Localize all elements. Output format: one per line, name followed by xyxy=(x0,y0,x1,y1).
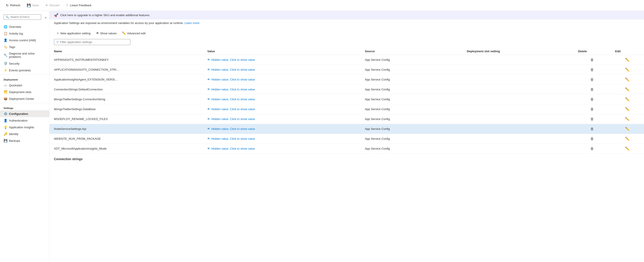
cell-source: App Service Config xyxy=(360,104,462,114)
cell-slot xyxy=(462,85,574,94)
show-value-link[interactable]: 👁 Hidden value. Click to show value xyxy=(207,58,356,61)
cell-value[interactable]: 👁 Hidden value. Click to show value xyxy=(203,144,360,154)
cell-value[interactable]: 👁 Hidden value. Click to show value xyxy=(203,65,360,75)
save-button[interactable]: 💾 Save xyxy=(24,2,41,8)
sidebar-item-identity[interactable]: 🔑 Identity xyxy=(0,131,49,137)
delete-button[interactable]: 🗑 xyxy=(589,97,595,102)
cell-value[interactable]: 👁 Hidden value. Click to show value xyxy=(203,134,360,144)
cell-edit[interactable]: ✏️ xyxy=(610,85,644,94)
advanced-edit-button[interactable]: ✏️ Advanced edit xyxy=(120,30,148,36)
sidebar-item-activity-log[interactable]: 📋 Activity log xyxy=(0,30,49,37)
cell-delete[interactable]: 🗑 xyxy=(574,114,610,124)
delete-button[interactable]: 🗑 xyxy=(589,146,595,151)
sidebar-item-application-insights[interactable]: 💡 Application Insights xyxy=(0,124,49,131)
cell-slot xyxy=(462,124,574,134)
cell-edit[interactable]: ✏️ xyxy=(610,55,644,65)
upgrade-banner[interactable]: 🚀 Click here to upgrade to a higher SKU … xyxy=(50,11,644,19)
cell-delete[interactable]: 🗑 xyxy=(574,94,610,104)
col-header-delete: Delete xyxy=(574,48,610,55)
cell-value[interactable]: 👁 Hidden value. Click to show value xyxy=(203,94,360,104)
filter-input-wrapper[interactable]: ▽ xyxy=(54,39,130,45)
delete-button[interactable]: 🗑 xyxy=(589,107,595,112)
cell-value[interactable]: 👁 Hidden value. Click to show value xyxy=(203,55,360,65)
collapse-button[interactable]: « xyxy=(44,15,48,20)
show-value-link[interactable]: 👁 Hidden value. Click to show value xyxy=(207,88,356,91)
sidebar-item-security[interactable]: 🛡️ Security xyxy=(0,60,49,67)
discard-button[interactable]: ✕ Discard xyxy=(43,2,62,8)
edit-button[interactable]: ✏️ xyxy=(624,97,631,102)
show-value-link[interactable]: 👁 Hidden value. Click to show value xyxy=(207,108,356,111)
show-value-link[interactable]: 👁 Hidden value. Click to show value xyxy=(207,78,356,81)
sidebar-item-deployment-center[interactable]: 📦 Deployment Center xyxy=(0,95,49,102)
edit-button[interactable]: ✏️ xyxy=(624,126,631,131)
cell-edit[interactable]: ✏️ xyxy=(610,94,644,104)
cell-value[interactable]: 👁 Hidden value. Click to show value xyxy=(203,114,360,124)
cell-delete[interactable]: 🗑 xyxy=(574,55,610,65)
sidebar-item-tags[interactable]: 🏷️ Tags xyxy=(0,43,49,50)
content-toolbar: ＋ New application setting 👁 Show values … xyxy=(50,28,644,38)
sidebar-item-access-control[interactable]: 👤 Access control (IAM) xyxy=(0,37,49,43)
cell-delete[interactable]: 🗑 xyxy=(574,75,610,85)
show-value-link[interactable]: 👁 Hidden value. Click to show value xyxy=(207,137,356,140)
cell-value[interactable]: 👁 Hidden value. Click to show value xyxy=(203,124,360,134)
delete-button[interactable]: 🗑 xyxy=(589,67,595,72)
edit-button[interactable]: ✏️ xyxy=(624,117,631,122)
edit-button[interactable]: ✏️ xyxy=(624,77,631,82)
sidebar-item-quickstart[interactable]: ☁️ Quickstart xyxy=(0,82,49,89)
cell-delete[interactable]: 🗑 xyxy=(574,124,610,134)
search-box[interactable]: 🔍 xyxy=(4,14,41,20)
delete-button[interactable]: 🗑 xyxy=(589,117,595,122)
cell-edit[interactable]: ✏️ xyxy=(610,124,644,134)
save-icon: 💾 xyxy=(27,3,31,7)
show-value-link[interactable]: 👁 Hidden value. Click to show value xyxy=(207,127,356,131)
diagnose-icon: 🔧 xyxy=(4,53,7,57)
eye-icon: 👁 xyxy=(207,88,210,91)
cell-edit[interactable]: ✏️ xyxy=(610,144,644,154)
sidebar-item-authentication[interactable]: 👤 Authentication xyxy=(0,117,49,124)
delete-button[interactable]: 🗑 xyxy=(589,136,595,141)
sidebar-item-backups[interactable]: 💾 Backups xyxy=(0,137,49,144)
delete-button[interactable]: 🗑 xyxy=(589,127,595,131)
sidebar-item-events[interactable]: ⚡ Events (preview) xyxy=(0,67,49,74)
show-value-link[interactable]: 👁 Hidden value. Click to show value xyxy=(207,98,356,101)
cell-value[interactable]: 👁 Hidden value. Click to show value xyxy=(203,75,360,85)
edit-button[interactable]: ✏️ xyxy=(624,146,631,151)
cell-edit[interactable]: ✏️ xyxy=(610,134,644,144)
search-input[interactable] xyxy=(10,15,39,19)
cell-edit[interactable]: ✏️ xyxy=(610,114,644,124)
sidebar-item-overview[interactable]: 🌐 Overview xyxy=(0,23,49,30)
cell-delete[interactable]: 🗑 xyxy=(574,144,610,154)
cell-value[interactable]: 👁 Hidden value. Click to show value xyxy=(203,85,360,94)
new-setting-button[interactable]: ＋ New application setting xyxy=(54,30,93,36)
refresh-button[interactable]: ↻ Refresh xyxy=(4,2,23,8)
edit-button[interactable]: ✏️ xyxy=(624,136,631,141)
cell-edit[interactable]: ✏️ xyxy=(610,65,644,75)
configuration-icon: ⚙️ xyxy=(4,112,7,116)
cell-delete[interactable]: 🗑 xyxy=(574,104,610,114)
edit-button[interactable]: ✏️ xyxy=(624,107,631,112)
edit-button[interactable]: ✏️ xyxy=(624,67,631,72)
edit-button[interactable]: ✏️ xyxy=(624,57,631,62)
cell-delete[interactable]: 🗑 xyxy=(574,85,610,94)
cell-delete[interactable]: 🗑 xyxy=(574,65,610,75)
delete-button[interactable]: 🗑 xyxy=(589,87,595,92)
edit-button[interactable]: ✏️ xyxy=(624,87,631,92)
delete-button[interactable]: 🗑 xyxy=(589,77,595,82)
show-value-link[interactable]: 👁 Hidden value. Click to show value xyxy=(207,117,356,121)
sidebar-item-diagnose[interactable]: 🔧 Diagnose and solve problems xyxy=(0,50,49,60)
delete-button[interactable]: 🗑 xyxy=(589,57,595,62)
cell-edit[interactable]: ✏️ xyxy=(610,75,644,85)
sidebar-item-deployment-slots[interactable]: 🗂️ Deployment slots xyxy=(0,89,49,95)
learn-more-link[interactable]: Learn more xyxy=(184,21,199,25)
feedback-button[interactable]: ♡ Leave Feedback xyxy=(63,2,94,8)
filter-input[interactable] xyxy=(60,40,128,44)
cell-edit[interactable]: ✏️ xyxy=(610,104,644,114)
show-value-link[interactable]: 👁 Hidden value. Click to show value xyxy=(207,147,356,150)
show-value-link[interactable]: 👁 Hidden value. Click to show value xyxy=(207,68,356,71)
sidebar-item-configuration[interactable]: ⚙️ Configuration xyxy=(0,110,49,117)
cell-delete[interactable]: 🗑 xyxy=(574,134,610,144)
cell-value[interactable]: 👁 Hidden value. Click to show value xyxy=(203,104,360,114)
show-values-button[interactable]: 👁 Show values xyxy=(94,30,119,36)
cell-name: WEBSITE_RUN_FROM_PACKAGE xyxy=(50,134,203,144)
settings-section-header: Settings xyxy=(0,104,49,110)
